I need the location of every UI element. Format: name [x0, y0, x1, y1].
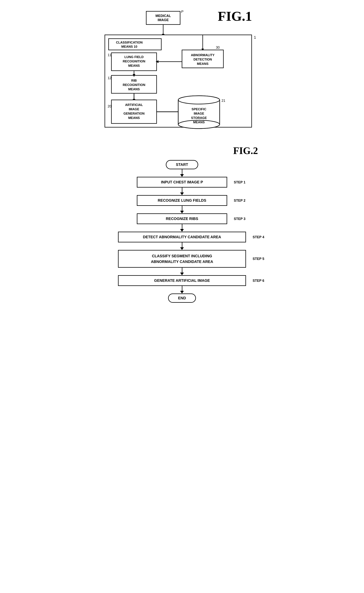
- step1-label: STEP 1: [234, 180, 245, 184]
- step4-row: DETECT ABNORMALITY CANDIDATE AREA STEP 4: [118, 232, 246, 243]
- line-6: [182, 268, 182, 273]
- step3-row: RECOGNIZE RIBS STEP 3: [137, 213, 227, 224]
- svg-text:MEANS: MEANS: [128, 88, 140, 91]
- step2-label: STEP 2: [234, 198, 245, 202]
- svg-text:ARTIFICIAL: ARTIFICIAL: [125, 103, 143, 107]
- arrow-6: [180, 268, 184, 275]
- svg-text:MEANS: MEANS: [128, 64, 140, 67]
- step2-box: RECOGNIZE LUNG FIELDS STEP 2: [137, 195, 227, 206]
- line-2: [182, 188, 182, 192]
- svg-text:STORAGE: STORAGE: [191, 116, 207, 120]
- svg-text:SPECIFIC: SPECIFIC: [192, 108, 206, 111]
- step3-box: RECOGNIZE RIBS STEP 3: [137, 213, 227, 224]
- svg-text:MEDICAL: MEDICAL: [156, 14, 171, 18]
- step1-box: INPUT CHEST IMAGE P STEP 1: [137, 177, 227, 188]
- step2-row: RECOGNIZE LUNG FIELDS STEP 2: [137, 195, 227, 206]
- svg-text:MEANS: MEANS: [197, 62, 208, 66]
- fig1-title: FIG.1: [218, 9, 252, 24]
- svg-point-34: [178, 96, 220, 104]
- arrow-3: [180, 206, 184, 213]
- fig2-title: FIG.2: [233, 145, 258, 156]
- arrow-1: [180, 169, 184, 177]
- svg-text:MEANS 10: MEANS 10: [121, 45, 137, 48]
- svg-text:IMAGE: IMAGE: [157, 18, 169, 22]
- step6-text: GENERATE ARTIFICIAL IMAGE: [154, 278, 210, 283]
- svg-text:MEANS: MEANS: [193, 121, 205, 124]
- arrowhead-1: [180, 174, 184, 177]
- start-oval: START: [166, 160, 198, 169]
- step5-label: STEP 5: [253, 256, 264, 262]
- label-30: 30: [216, 46, 220, 49]
- svg-text:RECOGNITION: RECOGNITION: [123, 83, 145, 87]
- fig2-title-row: FIG.2: [95, 145, 269, 156]
- label-20: 20: [108, 104, 111, 108]
- line-1: [182, 169, 182, 174]
- step1-text: INPUT CHEST IMAGE P: [161, 180, 203, 184]
- step3-label: STEP 3: [234, 217, 245, 221]
- line-3: [182, 206, 182, 211]
- arrowhead-7: [180, 291, 184, 293]
- arrow-7: [180, 286, 184, 293]
- step6-label: STEP 6: [253, 279, 264, 283]
- arrow-5: [180, 243, 184, 250]
- arrowhead-3: [180, 211, 184, 213]
- label-11: 11: [108, 53, 111, 57]
- step4-label: STEP 4: [253, 235, 264, 239]
- step2-text: RECOGNIZE LUNG FIELDS: [158, 198, 206, 202]
- label-12: 12: [108, 76, 111, 80]
- flowchart: START INPUT CHEST IMAGE P STEP 1 RECOGNI…: [95, 160, 269, 303]
- svg-rect-0: [146, 11, 180, 25]
- step5-box: CLASSIFY SEGMENT INCLUDINGABNORMALITY CA…: [118, 250, 246, 268]
- svg-text:ABNORMALITY: ABNORMALITY: [191, 53, 214, 57]
- label-21: 21: [221, 99, 225, 102]
- step6-box: GENERATE ARTIFICIAL IMAGE STEP 6: [118, 275, 246, 286]
- step5-row: CLASSIFY SEGMENT INCLUDINGABNORMALITY CA…: [118, 250, 246, 268]
- line-5: [182, 243, 182, 247]
- svg-text:LUNG FIELD: LUNG FIELD: [124, 55, 144, 59]
- arrowhead-5: [180, 247, 184, 250]
- step6-row: GENERATE ARTIFICIAL IMAGE STEP 6: [118, 275, 246, 286]
- label-p: P: [181, 10, 183, 13]
- arrowhead-4: [180, 229, 184, 232]
- svg-text:IMAGE: IMAGE: [194, 112, 204, 115]
- end-row: END: [168, 293, 196, 303]
- end-oval: END: [168, 293, 196, 303]
- fig2-section: FIG.2 START INPUT CHEST IMAGE P STEP 1: [95, 145, 269, 303]
- step4-text: DETECT ABNORMALITY CANDIDATE AREA: [143, 235, 221, 239]
- svg-text:DETECTION: DETECTION: [194, 58, 212, 61]
- svg-text:GENERATION: GENERATION: [124, 112, 144, 115]
- svg-text:RECOGNITION: RECOGNITION: [123, 60, 145, 63]
- arrow-2: [180, 188, 184, 195]
- svg-text:MEANS: MEANS: [128, 116, 140, 120]
- line-4: [182, 224, 182, 229]
- fig1-diagram: FIG.1 MEDICAL IMAGE P 1 CLASSIFICATION M…: [97, 7, 267, 130]
- start-row: START: [166, 160, 198, 169]
- label-1: 1: [254, 35, 256, 39]
- step3-text: RECOGNIZE RIBS: [166, 216, 198, 221]
- svg-text:IMAGE: IMAGE: [129, 108, 139, 111]
- arrowhead-2: [180, 192, 184, 195]
- step4-box: DETECT ABNORMALITY CANDIDATE AREA STEP 4: [118, 232, 246, 243]
- svg-text:CLASSIFICATION: CLASSIFICATION: [116, 41, 143, 44]
- step5-text: CLASSIFY SEGMENT INCLUDINGABNORMALITY CA…: [151, 254, 213, 264]
- step1-row: INPUT CHEST IMAGE P STEP 1: [137, 177, 227, 188]
- arrowhead-6: [180, 273, 184, 275]
- line-7: [182, 286, 182, 291]
- arrow-4: [180, 224, 184, 232]
- svg-text:RIB: RIB: [131, 79, 137, 82]
- fig1-section: FIG.1 MEDICAL IMAGE P 1 CLASSIFICATION M…: [95, 4, 269, 138]
